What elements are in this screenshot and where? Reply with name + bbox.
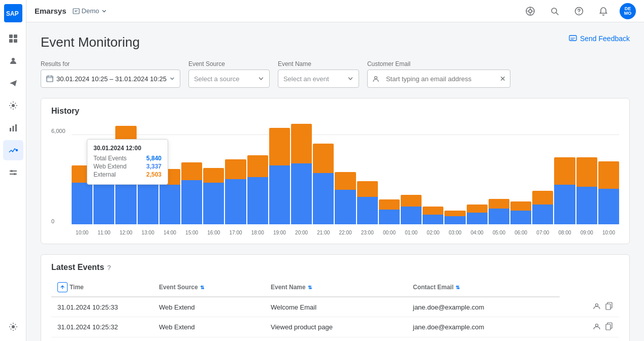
cell-time: 31.01.2024 10:25:32 <box>51 317 153 337</box>
contact-email-column-header[interactable]: Contact Email ⇅ <box>407 278 560 297</box>
bar-blue-segment <box>203 183 224 224</box>
bar-orange-segment <box>291 124 312 163</box>
chart-bar-col <box>379 199 400 224</box>
history-title: History <box>51 107 619 116</box>
bar-orange-segment <box>423 207 443 215</box>
customer-email-label: Customer Email <box>367 60 510 67</box>
bar-blue-segment <box>554 185 575 224</box>
bar-blue-segment <box>313 173 334 224</box>
svg-point-6 <box>12 104 15 107</box>
chart-bar-col <box>576 157 597 224</box>
bar-blue-segment <box>401 207 422 224</box>
event-source-column-header[interactable]: Event Source ⇅ <box>153 278 265 297</box>
cell-event-name: Viewed product page <box>265 317 407 337</box>
latest-events-title: Latest Events <box>51 263 104 272</box>
chart-bar-col <box>532 191 553 224</box>
sidebar-item-contacts[interactable] <box>3 51 23 71</box>
demo-icon <box>73 8 80 15</box>
bar-orange-segment <box>357 181 378 197</box>
tooltip-external-label: External <box>93 171 116 178</box>
latest-events-help-icon[interactable]: ? <box>107 264 111 271</box>
chart-bar-col <box>444 211 465 224</box>
chart-bar-col <box>489 199 509 224</box>
svg-point-10 <box>16 150 17 151</box>
svg-rect-21 <box>47 76 53 82</box>
bar-orange-segment <box>467 204 488 213</box>
tooltip-total-row: Total Events 5,840 <box>93 155 162 162</box>
chart-x-label: 16:00 <box>203 230 224 235</box>
chart-bar-col <box>423 207 443 224</box>
event-name-filter-group: Event Name Select an event <box>278 60 359 88</box>
sidebar-item-analytics[interactable] <box>3 118 23 138</box>
bar-orange-segment <box>181 162 202 180</box>
user-avatar[interactable]: DEMO <box>620 3 636 19</box>
sidebar-item-automation[interactable] <box>3 95 23 116</box>
event-source-col-label: Event Source <box>159 284 198 291</box>
chart-x-label: 22:00 <box>335 230 356 235</box>
event-name-column-header[interactable]: Event Name ⇅ <box>265 278 407 297</box>
svg-point-5 <box>12 58 15 61</box>
bar-orange-segment <box>313 144 334 173</box>
person-icon <box>368 75 384 83</box>
chart-x-label: 14:00 <box>159 230 180 235</box>
tooltip-total-value: 5,840 <box>146 155 162 162</box>
svg-rect-4 <box>14 39 17 43</box>
email-filter-input[interactable] <box>384 75 496 83</box>
chart-x-label: 23:00 <box>357 230 378 235</box>
event-name-placeholder: Select an event <box>283 75 329 83</box>
bar-blue-segment <box>379 210 400 224</box>
contact-email-col-label: Contact Email <box>413 284 454 291</box>
sidebar-item-integrations[interactable] <box>3 162 23 183</box>
chart-bar-col <box>247 155 268 224</box>
send-feedback-button[interactable]: Send Feedback <box>569 35 630 43</box>
view-contact-icon[interactable] <box>593 322 601 332</box>
sidebar-item-settings[interactable] <box>3 317 23 337</box>
chart-bar-col <box>554 157 575 224</box>
support-icon[interactable] <box>522 3 538 19</box>
bar-orange-segment <box>335 172 356 190</box>
chart-x-label: 07:00 <box>532 230 553 235</box>
latest-events-header: Latest Events ? <box>51 263 619 272</box>
cell-contact-email: jane.doe@example.com <box>407 317 560 337</box>
app-name: Emarsys <box>35 7 67 15</box>
event-name-dropdown[interactable]: Select an event <box>278 70 359 88</box>
chart-x-label: 06:00 <box>510 230 531 235</box>
time-column-header[interactable]: Time <box>51 278 153 297</box>
bar-blue-segment <box>138 181 158 224</box>
main-area: Emarsys Demo DEMO <box>26 0 644 341</box>
latest-events-card: Latest Events ? Time <box>41 254 630 341</box>
chart-x-label: 10:00 <box>72 230 92 235</box>
sidebar-item-monitoring[interactable] <box>3 140 23 160</box>
bar-orange-segment <box>532 191 553 204</box>
chart-bar-col <box>225 159 246 224</box>
time-sort-toggle[interactable] <box>57 282 68 292</box>
sidebar-item-home[interactable] <box>3 28 23 49</box>
search-icon[interactable] <box>546 3 563 19</box>
chart-y-zero-label: 0 <box>51 218 54 224</box>
svg-point-22 <box>374 77 377 79</box>
view-contact-icon[interactable] <box>593 302 601 312</box>
sidebar-item-campaigns[interactable] <box>3 73 23 93</box>
chart-x-label: 19:00 <box>269 230 290 235</box>
copy-icon[interactable] <box>605 322 613 332</box>
chart-x-label: 05:00 <box>489 230 509 235</box>
help-icon[interactable] <box>571 3 587 19</box>
env-selector[interactable]: Demo <box>73 7 108 15</box>
event-source-dropdown[interactable]: Select a source <box>188 70 270 88</box>
chart-x-label: 12:00 <box>115 230 136 235</box>
email-filter-clear-button[interactable]: ✕ <box>496 75 510 83</box>
contact-email-sort-icon: ⇅ <box>456 285 460 290</box>
tooltip-external-value: 2,503 <box>146 171 162 178</box>
date-range-picker[interactable]: 30.01.2024 10:25 – 31.01.2024 10:25 <box>41 70 180 88</box>
table-row: 31.01.2024 10:25:33Web ExtendWelcome Ema… <box>51 297 619 317</box>
bar-orange-segment <box>379 199 400 209</box>
copy-icon[interactable] <box>605 302 613 312</box>
events-table-body: 31.01.2024 10:25:33Web ExtendWelcome Ema… <box>51 297 619 337</box>
tooltip-total-label: Total Events <box>93 155 126 162</box>
bar-blue-segment <box>72 183 92 224</box>
chevron-down-small-icon <box>170 76 175 81</box>
time-col-label: Time <box>70 284 84 291</box>
chart-x-label: 13:00 <box>138 230 158 235</box>
cell-actions <box>560 297 619 317</box>
notifications-icon[interactable] <box>595 3 611 19</box>
